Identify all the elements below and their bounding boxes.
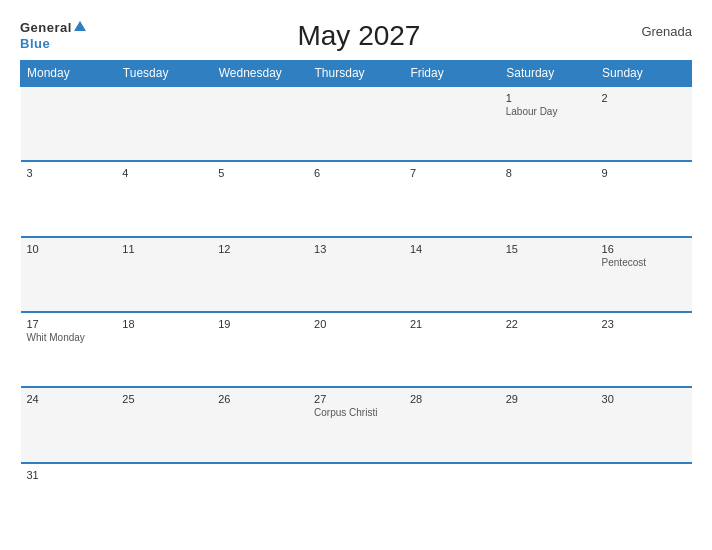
- calendar-day-cell: 28: [404, 387, 500, 462]
- calendar-day-cell: 16Pentecost: [596, 237, 692, 312]
- day-number: 15: [506, 243, 590, 255]
- calendar-day-cell: 29: [500, 387, 596, 462]
- calendar-day-cell: [500, 463, 596, 538]
- calendar-day-cell: 12: [212, 237, 308, 312]
- calendar-day-cell: [212, 86, 308, 161]
- calendar-day-cell: 21: [404, 312, 500, 387]
- calendar-week-row: 17Whit Monday181920212223: [21, 312, 692, 387]
- country-label: Grenada: [632, 18, 692, 39]
- col-monday: Monday: [21, 61, 117, 87]
- calendar-week-row: 1Labour Day2: [21, 86, 692, 161]
- day-number: 14: [410, 243, 494, 255]
- calendar-day-cell: 2: [596, 86, 692, 161]
- page: General Blue May 2027 Grenada Monday Tue…: [0, 0, 712, 550]
- day-event: Labour Day: [506, 106, 590, 117]
- calendar-week-row: 10111213141516Pentecost: [21, 237, 692, 312]
- calendar-week-row: 3456789: [21, 161, 692, 236]
- day-number: 12: [218, 243, 302, 255]
- calendar-day-cell: 3: [21, 161, 117, 236]
- col-friday: Friday: [404, 61, 500, 87]
- day-number: 10: [27, 243, 111, 255]
- header: General Blue May 2027 Grenada: [20, 18, 692, 52]
- calendar-day-cell: 23: [596, 312, 692, 387]
- day-number: 5: [218, 167, 302, 179]
- calendar-day-cell: [308, 463, 404, 538]
- day-number: 6: [314, 167, 398, 179]
- calendar-day-cell: [308, 86, 404, 161]
- calendar-day-cell: 10: [21, 237, 117, 312]
- calendar-day-cell: [116, 463, 212, 538]
- day-number: 31: [27, 469, 111, 481]
- day-number: 13: [314, 243, 398, 255]
- day-number: 23: [602, 318, 686, 330]
- calendar-day-cell: 26: [212, 387, 308, 462]
- day-event: Pentecost: [602, 257, 686, 268]
- calendar-day-cell: 24: [21, 387, 117, 462]
- calendar-week-row: 24252627Corpus Christi282930: [21, 387, 692, 462]
- calendar-day-cell: 5: [212, 161, 308, 236]
- day-number: 1: [506, 92, 590, 104]
- calendar-day-cell: 30: [596, 387, 692, 462]
- calendar-day-cell: 8: [500, 161, 596, 236]
- day-number: 2: [602, 92, 686, 104]
- col-thursday: Thursday: [308, 61, 404, 87]
- day-number: 21: [410, 318, 494, 330]
- calendar-day-cell: 22: [500, 312, 596, 387]
- day-number: 7: [410, 167, 494, 179]
- calendar-day-cell: 20: [308, 312, 404, 387]
- day-number: 19: [218, 318, 302, 330]
- calendar-title: May 2027: [86, 18, 632, 52]
- day-number: 11: [122, 243, 206, 255]
- calendar-day-cell: 27Corpus Christi: [308, 387, 404, 462]
- day-number: 28: [410, 393, 494, 405]
- calendar-day-cell: [404, 86, 500, 161]
- col-sunday: Sunday: [596, 61, 692, 87]
- day-number: 16: [602, 243, 686, 255]
- day-number: 9: [602, 167, 686, 179]
- day-number: 27: [314, 393, 398, 405]
- calendar-table: Monday Tuesday Wednesday Thursday Friday…: [20, 60, 692, 538]
- calendar-day-cell: 14: [404, 237, 500, 312]
- calendar-day-cell: 31: [21, 463, 117, 538]
- calendar-day-cell: 6: [308, 161, 404, 236]
- logo: General Blue: [20, 18, 86, 51]
- day-number: 17: [27, 318, 111, 330]
- day-number: 22: [506, 318, 590, 330]
- calendar-header-row: Monday Tuesday Wednesday Thursday Friday…: [21, 61, 692, 87]
- day-number: 20: [314, 318, 398, 330]
- col-saturday: Saturday: [500, 61, 596, 87]
- calendar-day-cell: 17Whit Monday: [21, 312, 117, 387]
- logo-blue: Blue: [20, 36, 50, 51]
- calendar-day-cell: 25: [116, 387, 212, 462]
- calendar-day-cell: 9: [596, 161, 692, 236]
- col-tuesday: Tuesday: [116, 61, 212, 87]
- calendar-day-cell: [116, 86, 212, 161]
- logo-general: General: [20, 18, 86, 36]
- day-event: Whit Monday: [27, 332, 111, 343]
- col-wednesday: Wednesday: [212, 61, 308, 87]
- day-number: 25: [122, 393, 206, 405]
- day-number: 30: [602, 393, 686, 405]
- calendar-week-row: 31: [21, 463, 692, 538]
- day-number: 26: [218, 393, 302, 405]
- calendar-day-cell: [21, 86, 117, 161]
- calendar-day-cell: [596, 463, 692, 538]
- calendar-day-cell: 11: [116, 237, 212, 312]
- logo-triangle-icon: [74, 21, 86, 31]
- calendar-day-cell: 18: [116, 312, 212, 387]
- day-number: 29: [506, 393, 590, 405]
- calendar-day-cell: 19: [212, 312, 308, 387]
- calendar-day-cell: 13: [308, 237, 404, 312]
- day-number: 8: [506, 167, 590, 179]
- day-number: 4: [122, 167, 206, 179]
- day-number: 24: [27, 393, 111, 405]
- calendar-day-cell: [212, 463, 308, 538]
- calendar-day-cell: 7: [404, 161, 500, 236]
- day-event: Corpus Christi: [314, 407, 398, 418]
- day-number: 18: [122, 318, 206, 330]
- calendar-day-cell: [404, 463, 500, 538]
- calendar-day-cell: 15: [500, 237, 596, 312]
- calendar-day-cell: 1Labour Day: [500, 86, 596, 161]
- day-number: 3: [27, 167, 111, 179]
- calendar-day-cell: 4: [116, 161, 212, 236]
